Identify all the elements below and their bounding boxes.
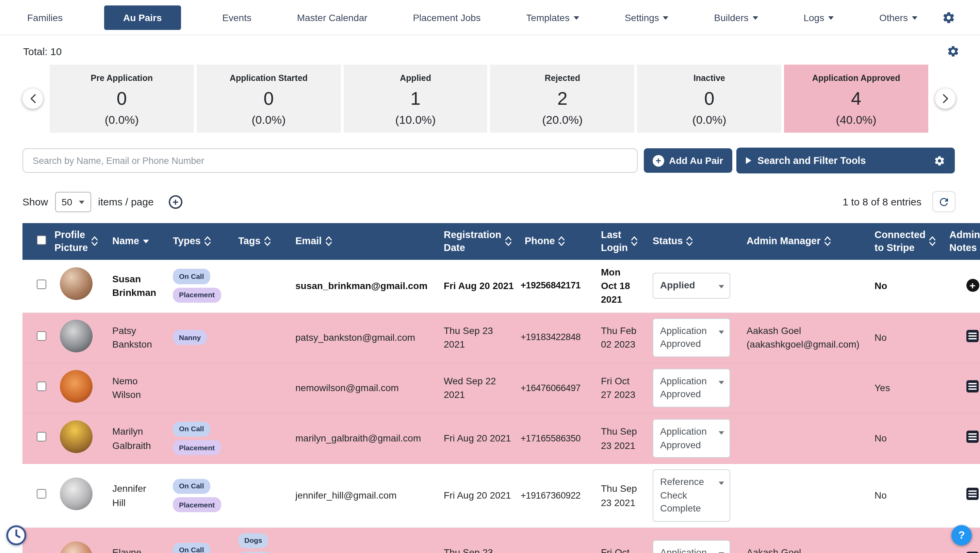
stat-card-pre-application[interactable]: Pre Application 0 (0.0%) (50, 65, 194, 133)
nav-settings-gear-icon[interactable] (942, 11, 956, 24)
status-value: Application Approved (660, 547, 707, 553)
nav-item-settings[interactable]: Settings (620, 6, 673, 28)
column-header-types[interactable]: Types (165, 223, 231, 259)
notes-icon[interactable] (966, 551, 978, 553)
row-checkbox[interactable] (37, 280, 46, 289)
chevron-down-icon (912, 16, 917, 20)
row-select-cell (22, 363, 47, 413)
table-row[interactable]: Elayne Stearns On CallPlacement DogsSwim… (22, 528, 980, 553)
column-header-phone[interactable]: Phone (517, 223, 593, 259)
entries-summary: 1 to 8 of 8 entries (843, 196, 921, 207)
notes-icon[interactable] (966, 488, 978, 500)
chevron-right-icon (942, 94, 948, 103)
status-select[interactable]: Application Approved (653, 369, 730, 407)
nav-item-logs[interactable]: Logs (799, 6, 838, 28)
profile-picture-cell (47, 312, 105, 362)
phone-cell: +19183422848 (517, 528, 593, 553)
type-pill: On Call (173, 479, 210, 494)
last-login-cell: Thu Feb 02 2023 (593, 312, 645, 362)
email-cell: susan_brinkman@gmail.com (288, 259, 436, 312)
type-pill: Placement (173, 440, 221, 455)
search-input[interactable] (22, 148, 638, 173)
nav-item-events[interactable]: Events (218, 6, 256, 28)
avatar (60, 319, 92, 352)
add-au-pair-button[interactable]: Add Au Pair (644, 148, 732, 173)
table-row[interactable]: Susan Brinkman On CallPlacement susan_br… (22, 259, 980, 312)
status-select[interactable]: Application Approved (653, 318, 730, 357)
stat-card-application-approved[interactable]: Application Approved 4 (40.0%) (784, 65, 928, 133)
add-note-icon[interactable] (966, 279, 979, 292)
summary-bar: Total: 10 (23, 45, 959, 58)
status-select[interactable]: Applied (653, 273, 730, 299)
column-header-status[interactable]: Status (645, 223, 739, 259)
column-header-admin-notes[interactable]: Admin Notes (942, 223, 980, 259)
select-all-checkbox[interactable] (37, 236, 46, 245)
time-tracker-button[interactable] (5, 524, 27, 546)
table-body: Susan Brinkman On CallPlacement susan_br… (22, 259, 980, 553)
nav-item-builders[interactable]: Builders (710, 6, 762, 28)
type-pill: Nanny (173, 330, 207, 345)
admin-notes-cell (942, 259, 980, 312)
column-header-last-login[interactable]: Last Login (593, 223, 645, 259)
filter-gear-icon (934, 155, 945, 166)
status-select[interactable]: Application Approved (653, 419, 730, 458)
table-row[interactable]: Jennifer Hill On CallPlacement jennifer_… (22, 464, 980, 528)
stat-card-inactive[interactable]: Inactive 0 (0.0%) (637, 65, 782, 133)
nav-item-au-pairs[interactable]: Au Pairs (104, 5, 181, 30)
column-header-connected-to-stripe[interactable]: Connected to Stripe (867, 223, 942, 259)
row-checkbox[interactable] (37, 489, 46, 499)
show-label: Show (22, 196, 48, 207)
status-select[interactable]: Application Approved (653, 540, 730, 553)
table-row[interactable]: Marilyn Galbraith On CallPlacement maril… (22, 413, 980, 464)
column-header-label: Last Login (601, 229, 628, 254)
nav-item-placement-jobs[interactable]: Placement Jobs (409, 6, 485, 28)
column-header-registration-date[interactable]: Registration Date (436, 223, 517, 259)
registration-date-cell: Wed Sep 22 2021 (436, 363, 517, 413)
table-row[interactable]: Nemo Wilson nemowilson@gmail.com Wed Sep… (22, 363, 980, 413)
email-cell: patsy_bankston@gmail.com (288, 312, 436, 362)
nav-item-templates[interactable]: Templates (522, 6, 583, 28)
stat-card-applied[interactable]: Applied 1 (10.0%) (343, 65, 488, 133)
name-cell: Jennifer Hill (105, 464, 165, 528)
help-button[interactable]: ? (951, 525, 972, 545)
notes-icon[interactable] (966, 431, 978, 443)
chevron-down-icon (753, 16, 758, 20)
stat-card-application-started[interactable]: Application Started 0 (0.0%) (197, 65, 341, 133)
column-header-name[interactable]: Name (105, 223, 165, 259)
column-header-profile-picture[interactable]: Profile Picture (47, 223, 105, 259)
stats-settings-gear-icon[interactable] (947, 45, 959, 58)
nav-item-master-calendar[interactable]: Master Calendar (293, 6, 372, 28)
au-pairs-table: Profile Picture Name Types Tags Email Re… (22, 223, 980, 553)
types-cell: Nanny (165, 312, 231, 362)
column-header-tags[interactable]: Tags (231, 223, 288, 259)
stat-card-rejected[interactable]: Rejected 2 (20.0%) (490, 65, 635, 133)
name-cell: Marilyn Galbraith (105, 413, 165, 464)
page-size-select[interactable]: 50 (55, 191, 91, 212)
refresh-button[interactable] (932, 191, 956, 212)
column-header-admin-manager[interactable]: Admin Manager (739, 223, 867, 259)
nav-item-others[interactable]: Others (875, 6, 921, 28)
notes-icon[interactable] (966, 380, 978, 392)
status-cell: Application Approved (645, 312, 739, 362)
status-summary-carousel: Pre Application 0 (0.0%) Application Sta… (22, 65, 956, 133)
carousel-prev-button[interactable] (22, 88, 43, 109)
notes-icon[interactable] (966, 329, 978, 342)
tags-cell (231, 259, 288, 312)
tags-cell (231, 413, 288, 464)
search-filter-tools-button[interactable]: Search and Filter Tools (737, 148, 955, 173)
row-checkbox[interactable] (37, 381, 46, 391)
plus-circle-outline-icon (169, 195, 182, 208)
nav-item-families[interactable]: Families (23, 6, 67, 28)
row-checkbox[interactable] (37, 331, 46, 341)
row-checkbox[interactable] (37, 432, 46, 442)
column-header-email[interactable]: Email (288, 223, 436, 259)
table-row[interactable]: Patsy Bankston Nanny patsy_bankston@gmai… (22, 312, 980, 362)
profile-picture-cell (47, 413, 105, 464)
carousel-next-button[interactable] (935, 88, 956, 109)
avatar (60, 477, 92, 510)
add-view-icon[interactable] (169, 195, 182, 208)
last-login-cell: Fri Oct 27 2023 (593, 363, 645, 413)
status-select[interactable]: Reference Check Complete (653, 469, 730, 522)
email-cell: elayne_stearns@gmail.com (288, 528, 436, 553)
column-header-label: Connected to Stripe (875, 229, 926, 254)
